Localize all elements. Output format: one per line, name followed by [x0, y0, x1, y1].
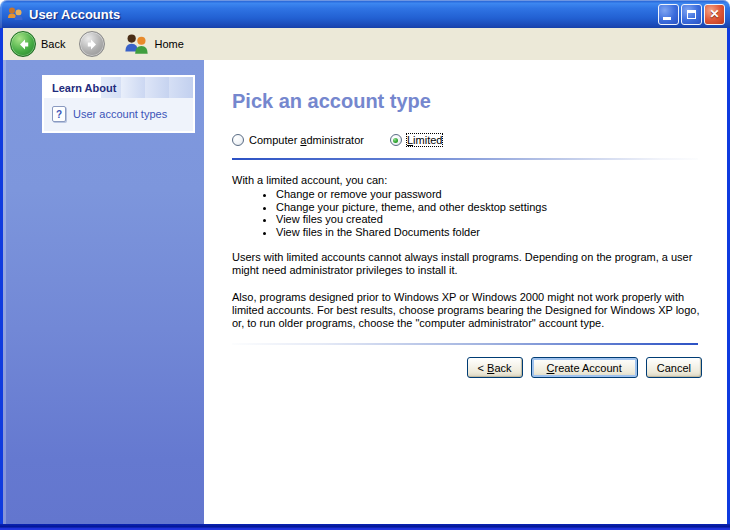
intro-text: With a limited account, you can: — [232, 174, 727, 187]
list-item: View files in the Shared Documents folde… — [276, 226, 727, 239]
back-label: Back — [41, 38, 65, 50]
radio-button-limited[interactable] — [390, 134, 402, 146]
back-button[interactable] — [10, 31, 36, 57]
window-bottom-border — [0, 524, 730, 530]
radio-label-computer-administrator[interactable]: Computer administrator — [249, 134, 364, 146]
main-panel: Pick an account type Computer administra… — [204, 60, 727, 524]
radio-dot — [393, 138, 398, 143]
account-type-radio-row: Computer administrator Limited — [232, 134, 727, 146]
limited-capabilities-list: Change or remove your password Change yo… — [232, 188, 727, 238]
back-arrow-icon — [17, 38, 30, 51]
close-icon: ✕ — [709, 8, 719, 20]
list-item: View files you created — [276, 213, 727, 226]
window-frame: Back Home Learn About — [0, 28, 730, 524]
cancel-button[interactable]: Cancel — [646, 357, 702, 378]
maximize-icon — [687, 10, 696, 19]
home-button[interactable]: Home — [123, 33, 183, 55]
sidebar: Learn About ? User account types — [3, 60, 204, 524]
radio-computer-administrator[interactable]: Computer administrator — [232, 134, 364, 146]
list-item: Change your picture, theme, and other de… — [276, 201, 727, 214]
titlebar: User Accounts ✕ — [0, 0, 730, 28]
toolbar: Back Home — [3, 28, 727, 60]
create-account-button[interactable]: Create Account — [531, 357, 638, 378]
install-programs-paragraph: Users with limited accounts cannot alway… — [232, 251, 710, 277]
users-icon — [6, 6, 24, 22]
maximize-button[interactable] — [681, 4, 702, 25]
content-area: Learn About ? User account types Pick an… — [3, 60, 727, 524]
help-link-row: ? User account types — [44, 98, 193, 131]
separator-top — [232, 158, 698, 160]
question-document-icon: ? — [52, 106, 66, 122]
user-account-types-link[interactable]: User account types — [73, 108, 167, 120]
button-row: < Back Create Account Cancel — [228, 357, 702, 378]
separator-bottom — [232, 343, 698, 345]
radio-button-computer-administrator[interactable] — [232, 134, 244, 146]
forward-arrow-icon — [86, 38, 99, 51]
learn-about-header: Learn About — [44, 77, 193, 98]
compatibility-paragraph: Also, programs designed prior to Windows… — [232, 291, 710, 330]
minimize-icon — [663, 17, 671, 20]
window-title: User Accounts — [29, 7, 656, 22]
home-label: Home — [154, 38, 183, 50]
forward-button[interactable] — [79, 31, 105, 57]
radio-limited[interactable]: Limited — [390, 134, 442, 146]
page-title: Pick an account type — [232, 90, 727, 113]
radio-label-limited[interactable]: Limited — [407, 134, 442, 146]
close-button[interactable]: ✕ — [704, 4, 725, 25]
user-accounts-window: User Accounts ✕ Back — [0, 0, 730, 530]
learn-about-panel: Learn About ? User account types — [42, 75, 195, 133]
minimize-button[interactable] — [658, 4, 679, 25]
home-users-icon — [123, 33, 149, 55]
list-item: Change or remove your password — [276, 188, 727, 201]
back-nav-button[interactable]: < Back — [467, 357, 523, 378]
